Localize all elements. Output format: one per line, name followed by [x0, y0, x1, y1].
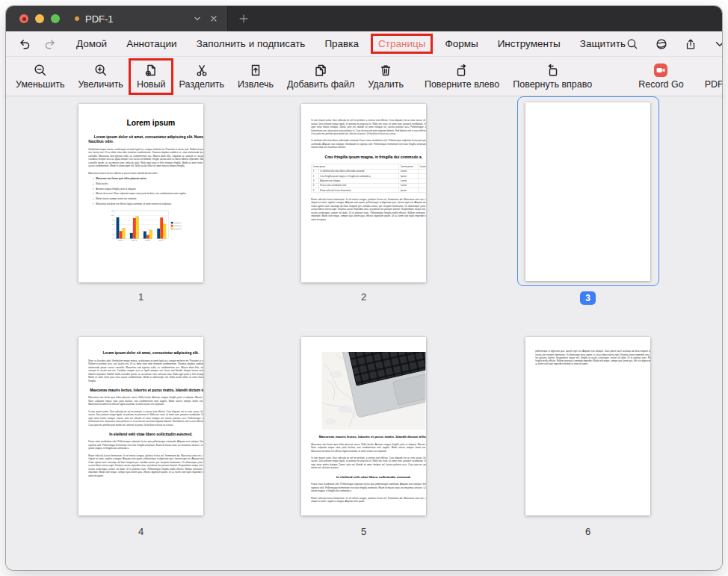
menu-item-edit[interactable]: Правка	[324, 38, 359, 49]
chart-legend-item: Column 2	[171, 225, 182, 226]
add-file-icon	[313, 64, 328, 78]
support-icon[interactable]	[655, 37, 668, 51]
chevron-down-icon[interactable]	[713, 37, 722, 51]
screenshot-root: PDF-1	[0, 0, 728, 576]
mini-paragraph: Maecenas mauris lectus, lobortis et puru…	[88, 171, 203, 174]
bullet-item: Aenean congue fringilla justo ut aliquam…	[96, 188, 203, 191]
page-content-1: Lorem ipsumLorem ipsum dolor sit amet, c…	[78, 104, 203, 282]
chart-bar	[123, 228, 126, 238]
menu-item-tools[interactable]: Инструменты	[498, 38, 561, 49]
table-cell: 5	[311, 188, 318, 192]
table-row: 5Etiam vehicula luctus fermentum.Ipsum	[311, 188, 426, 192]
chart-bar	[149, 230, 152, 239]
chart-y-tick: 8	[112, 219, 113, 220]
table-cell: Ipsum	[399, 188, 419, 192]
record-go-button[interactable]: Record Go	[632, 59, 690, 93]
page-number-3: 3	[525, 291, 650, 305]
zoom-in-button[interactable]: Увеличить	[72, 59, 130, 93]
page-thumbnail-1[interactable]: Lorem ipsumLorem ipsum dolor sit amet, c…	[78, 104, 203, 282]
chart-legend-label: Column 1	[173, 222, 181, 223]
photo-wrap	[311, 352, 426, 430]
page5-heading-1: Maecenas mauris lectus, lobortis et puru…	[311, 435, 426, 439]
pages-toolbar: УменьшитьУвеличитьНовыйРазделитьИзвлечьД…	[6, 56, 722, 96]
rotate-left-button[interactable]: Поверните влево	[418, 59, 506, 93]
page2-table: Lorem ipsumLorem ipsumLorem ipsum1In ele…	[311, 164, 426, 192]
toolbar-group-2: Поверните влевоПовернуть вправо	[418, 57, 599, 96]
menu-item-home[interactable]: Домой	[76, 38, 107, 49]
minimize-window-button[interactable]	[35, 14, 44, 23]
add-file-button[interactable]: Добавить файл	[280, 59, 361, 93]
chart-x-label: Row 3	[145, 239, 150, 241]
menubar: ДомойАннотацииЗаполнить и подписатьПравк…	[6, 31, 722, 56]
mini-paragraph: Etiam vehicula luctus fermentum. In vel …	[311, 197, 426, 220]
menu-item-forms[interactable]: Формы	[445, 38, 478, 49]
mini-paragraph: Maecenas non lorem quis tellus placerat …	[311, 443, 426, 453]
undo-redo-group	[18, 37, 57, 51]
search-icon[interactable]	[626, 37, 639, 51]
chart-legend-swatch	[171, 222, 173, 223]
chart-legend-swatch	[171, 225, 173, 226]
rotate-right-button[interactable]: Повернуть вправо	[506, 59, 599, 93]
record-go-label: Record Go	[638, 80, 683, 90]
page1-subtitle: Lorem ipsum dolor sit amet, consectetur …	[88, 134, 203, 144]
delete-button[interactable]: Удалить	[361, 59, 410, 93]
chart-legend-item: Column 1	[171, 222, 182, 223]
split-button[interactable]: Разделить	[172, 59, 231, 93]
chart-legend-swatch	[171, 228, 173, 229]
mini-paragraph: In non mauris justo. Duis vehicula mi ve…	[311, 119, 426, 135]
extract-label: Извлечь	[238, 80, 274, 90]
tab-title: PDF-1	[85, 13, 114, 25]
chart-plot: 024681012	[114, 211, 168, 239]
rotate-left-icon	[454, 64, 469, 78]
page-thumbnail-5[interactable]: Maecenas mauris lectus, lobortis et puru…	[301, 337, 426, 515]
chart-y-tick: 12	[111, 210, 114, 211]
page1-bar-chart: 024681012Row 1Row 2Row 3Row 4Column 1Col…	[110, 211, 192, 241]
mini-paragraph: Etiam vehicula luctus fermentum. In vel …	[311, 497, 426, 504]
zoom-window-button[interactable]	[51, 14, 60, 23]
page-content-5: Maecenas mauris lectus, lobortis et puru…	[301, 337, 426, 515]
menu-item-pages[interactable]: Страницы	[378, 38, 425, 49]
rotate-right-icon	[545, 64, 560, 78]
page-number-6: 6	[525, 526, 650, 537]
zoom-out-button[interactable]: Уменьшить	[9, 59, 72, 93]
new-page-button[interactable]: Новый	[130, 59, 173, 93]
bullet-item: Nulla facilisi.	[96, 182, 203, 185]
mini-paragraph: Nunc ac faucibus odio. Vestibulum neque …	[88, 359, 203, 383]
menu-item-protect[interactable]: Защитить	[580, 38, 626, 49]
undo-icon[interactable]	[18, 37, 31, 51]
extract-page-icon	[248, 64, 263, 78]
redo-icon[interactable]	[43, 37, 57, 51]
new-page-icon	[144, 64, 158, 78]
document-tab[interactable]: PDF-1	[75, 13, 227, 25]
mini-paragraph: Etiam vehicula luctus fermentum. In vel …	[88, 454, 203, 477]
close-window-button[interactable]	[19, 14, 28, 23]
chart-bar-group	[144, 211, 152, 238]
mini-paragraph: pellentesque ut dignissim quis, laoreet …	[535, 350, 650, 365]
chart-bar-group	[130, 211, 139, 238]
scissors-icon	[194, 64, 209, 78]
rotate-right-label: Повернуть вправо	[513, 80, 592, 90]
page-thumbnail-2[interactable]: In non mauris justo. Duis vehicula mi ve…	[301, 104, 426, 282]
chart-legend-item: Column 3	[171, 228, 182, 229]
trash-icon	[378, 64, 393, 78]
page-thumbnail-4[interactable]: Lorem ipsum dolor sit amet, consectetur …	[78, 337, 203, 515]
tab-chevron-down-icon[interactable]	[193, 14, 202, 23]
share-icon[interactable]	[684, 37, 697, 51]
chart-bar-group	[117, 211, 126, 238]
page-thumbnail-6[interactable]: pellentesque ut dignissim quis, laoreet …	[525, 337, 650, 515]
pdfgear-mobile-button[interactable]: PDFgear для мобильных	[698, 59, 722, 93]
tab-close-icon[interactable]	[209, 14, 218, 23]
rotate-left-label: Поверните влево	[425, 80, 499, 90]
page-content-6: pellentesque ut dignissim quis, laoreet …	[525, 337, 650, 515]
unsaved-indicator-dot	[75, 16, 79, 21]
menu-item-annotations[interactable]: Аннотации	[126, 38, 176, 49]
chart-x-label: Row 1	[118, 239, 123, 241]
page4-heading-1: Lorem ipsum dolor sit amet, consectetur …	[88, 351, 203, 356]
menu-item-fill-sign[interactable]: Заполнить и подписать	[197, 38, 306, 49]
split-label: Разделить	[179, 80, 224, 90]
extract-button[interactable]: Извлечь	[231, 59, 280, 93]
mini-paragraph: Vestibulum neque massa, scelerisque sit …	[88, 148, 203, 168]
chart-bar	[163, 224, 166, 238]
new-tab-button[interactable]	[238, 13, 250, 25]
page-thumbnail-3[interactable]	[525, 102, 650, 281]
